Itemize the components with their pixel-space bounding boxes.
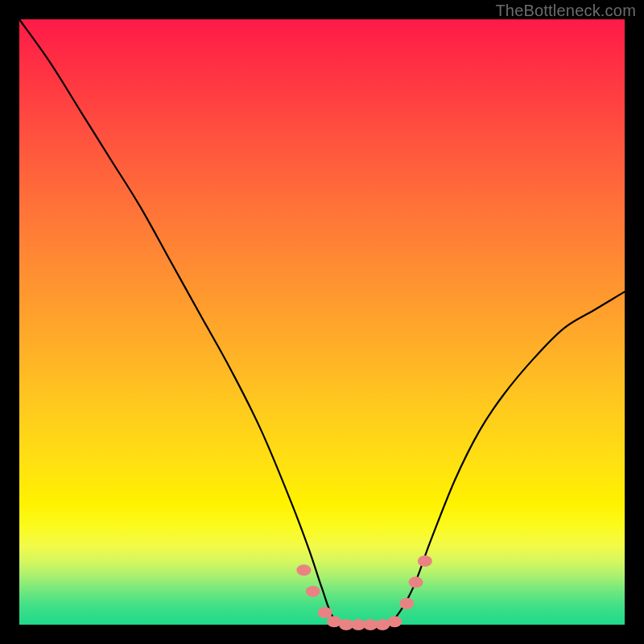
highlight-dot xyxy=(306,586,320,597)
chart-svg xyxy=(19,19,625,625)
highlight-dot xyxy=(409,576,423,588)
highlight-dot xyxy=(296,564,311,576)
highlight-dot xyxy=(399,598,414,609)
highlight-dots xyxy=(296,555,431,630)
watermark-text: TheBottleneck.com xyxy=(495,2,636,20)
bottleneck-curve xyxy=(19,19,625,625)
highlight-dot xyxy=(418,555,432,567)
chart-frame: TheBottleneck.com xyxy=(0,0,644,644)
plot-area xyxy=(19,19,625,625)
highlight-dot xyxy=(387,616,402,627)
highlight-dot xyxy=(318,607,332,618)
